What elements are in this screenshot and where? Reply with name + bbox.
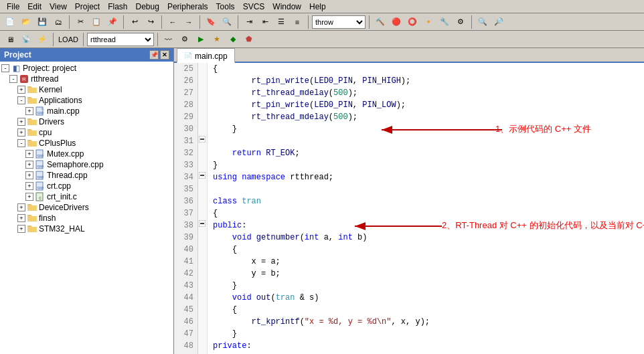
code-area[interactable]: 25 26 27 28 29 30 31 32 33 34 35 36 37 3…	[174, 63, 644, 354]
tree-item-rtthread[interactable]: - R rtthread	[0, 74, 173, 84]
align-button[interactable]: ☰	[274, 15, 289, 29]
diamond-button[interactable]: ◆	[226, 32, 240, 47]
undo-button[interactable]: ↩	[127, 15, 142, 29]
star-button[interactable]: ★	[210, 32, 224, 47]
expand-semaphore-cpp[interactable]: +	[25, 161, 33, 169]
tree-item-crt-cpp[interactable]: + cpp crt.cpp	[0, 181, 173, 191]
menu-svcs[interactable]: SVCS	[239, 1, 269, 13]
tree-item-kernel[interactable]: + Kernel	[0, 84, 173, 95]
redo-button[interactable]: ↪	[143, 15, 158, 29]
tree-label-rtthread: rtthread	[31, 74, 58, 84]
back-button[interactable]: ←	[165, 15, 180, 29]
expand-kernel[interactable]: +	[17, 86, 25, 94]
throw-combo[interactable]: throw	[312, 15, 366, 29]
build-button[interactable]: 🔨	[373, 15, 388, 29]
tree-item-finsh[interactable]: + finsh	[0, 213, 173, 224]
paste-button[interactable]: 📌	[105, 15, 120, 29]
copy-button[interactable]: 📋	[89, 15, 104, 29]
expand-thread-cpp[interactable]: +	[25, 171, 33, 179]
expand-cpu[interactable]: +	[17, 128, 25, 137]
expand-project-root[interactable]: -	[1, 64, 9, 72]
settings-button[interactable]: 🔧	[437, 15, 452, 29]
tree-item-thread-cpp[interactable]: + cpp Thread.cpp	[0, 170, 173, 181]
menu-view[interactable]: View	[46, 1, 71, 13]
tree-item-crt-init-c[interactable]: + c crt_init.c	[0, 191, 173, 202]
menu-help[interactable]: Help	[305, 1, 330, 13]
editor-tabs: 📄 main.cpp	[174, 48, 644, 63]
semaphore-file-icon: cpp	[35, 160, 46, 169]
tb2-btn2[interactable]: 📡	[19, 32, 33, 47]
tb2-btn1[interactable]: 🖥	[3, 32, 17, 47]
collapse-btn-45[interactable]	[199, 219, 206, 229]
find-button[interactable]: 🔍	[220, 15, 234, 29]
stm32-folder-icon	[27, 224, 37, 234]
expand-finsh[interactable]: +	[17, 214, 25, 222]
tree-item-cpu[interactable]: + cpu	[0, 127, 173, 138]
more-button[interactable]: ⚙	[453, 15, 468, 29]
expand-main-cpp[interactable]: +	[25, 107, 33, 115]
tree-item-semaphore-cpp[interactable]: + cpp Semaphore.cpp	[0, 159, 173, 170]
unindent-button[interactable]: ⇤	[258, 15, 272, 29]
expand-devicedrivers[interactable]: +	[17, 203, 25, 211]
thread-file-icon: cpp	[35, 171, 46, 180]
indent-button[interactable]: ⇥	[242, 15, 256, 29]
tree-item-stm32-hal[interactable]: + STM32_HAL	[0, 224, 173, 234]
tb2-btn3[interactable]: ⚡	[35, 32, 50, 47]
save-button[interactable]: 💾	[35, 15, 50, 29]
menu-edit[interactable]: Edit	[23, 1, 46, 13]
panel-pin-button[interactable]: 📌	[149, 50, 159, 60]
tree-item-cplusplus[interactable]: - CPlusPlus	[0, 138, 173, 149]
tree-item-applications[interactable]: - Applications	[0, 95, 173, 106]
target-button[interactable]: ▶	[193, 32, 208, 47]
menu-project[interactable]: Project	[71, 1, 104, 13]
expand-crt-init-c[interactable]: +	[25, 193, 33, 201]
debug-open-button[interactable]: 🔴	[389, 15, 404, 29]
tree-item-project-root[interactable]: - ◧ Project: project	[0, 63, 173, 74]
finsh-folder-icon	[27, 213, 37, 223]
expand-mutex-cpp[interactable]: +	[25, 150, 33, 158]
expand-cplusplus[interactable]: -	[17, 139, 25, 147]
run-button[interactable]: 🔸	[421, 15, 436, 29]
tree-label-devicedrivers: DeviceDrivers	[39, 203, 89, 212]
new-button[interactable]: 📄	[3, 15, 17, 29]
rtthread-icon: R	[19, 74, 29, 84]
tree-item-main-cpp[interactable]: + cpp main.cpp	[0, 106, 173, 116]
indent2-button[interactable]: ≡	[290, 15, 305, 29]
menu-window[interactable]: Window	[268, 1, 305, 13]
collapse-btn-40[interactable]	[199, 171, 206, 181]
zoom-button[interactable]: 🔍	[475, 15, 490, 29]
menu-flash[interactable]: Flash	[104, 1, 131, 13]
editor-tab-label: main.cpp	[195, 52, 228, 61]
open-button[interactable]: 📂	[19, 15, 33, 29]
svg-text:R: R	[22, 76, 26, 82]
menu-file[interactable]: File	[3, 1, 23, 13]
panel-close-button[interactable]: ✕	[160, 50, 169, 60]
collapse-btn-37[interactable]	[199, 135, 206, 145]
tree-item-mutex-cpp[interactable]: + cpp Mutex.cpp	[0, 149, 173, 159]
zoom2-button[interactable]: 🔎	[491, 15, 506, 29]
expand-rtthread[interactable]: -	[9, 75, 17, 83]
expand-applications[interactable]: -	[17, 96, 25, 104]
wave-button[interactable]: 〰	[161, 32, 176, 47]
expand-crt-cpp[interactable]: +	[25, 182, 33, 190]
ulink-button[interactable]: ⬟	[242, 32, 256, 47]
tree-item-drivers[interactable]: + Drivers	[0, 116, 173, 127]
bookmark-button[interactable]: 🔖	[204, 15, 218, 29]
menu-peripherals[interactable]: Peripherals	[163, 1, 212, 13]
cut-button[interactable]: ✂	[73, 15, 88, 29]
menu-debug[interactable]: Debug	[132, 1, 163, 13]
tree-item-devicedrivers[interactable]: + DeviceDrivers	[0, 202, 173, 213]
config-button[interactable]: ⚙	[177, 32, 192, 47]
save-all-button[interactable]: 🗂	[51, 15, 66, 29]
menu-tools[interactable]: Tools	[212, 1, 239, 13]
cplusplus-folder-icon	[27, 139, 37, 148]
tree-label-drivers: Drivers	[39, 117, 64, 126]
expand-drivers[interactable]: +	[17, 118, 25, 126]
rtthread-combo[interactable]: rtthread	[87, 33, 154, 46]
forward-button[interactable]: →	[181, 15, 196, 29]
code-content[interactable]: { rt_pin_write(LED0_PIN, PIN_HIGH); rt_t…	[208, 63, 644, 354]
editor-tab-main-cpp[interactable]: 📄 main.cpp	[177, 48, 235, 63]
stop-button[interactable]: ⭕	[405, 15, 420, 29]
mutex-file-icon: cpp	[35, 149, 46, 159]
expand-stm32-hal[interactable]: +	[17, 225, 25, 233]
